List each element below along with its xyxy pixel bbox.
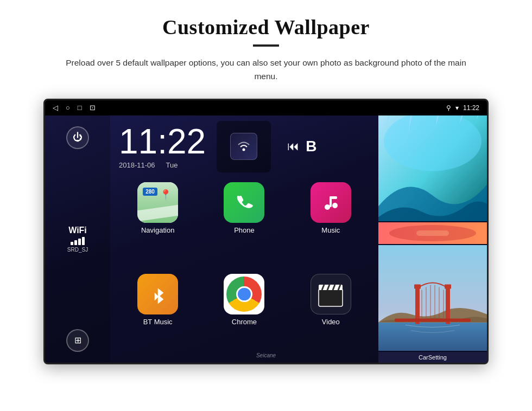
app-grid: 280 📍 Navigation Phone	[119, 182, 370, 357]
ice-cave-svg	[378, 115, 487, 221]
power-button[interactable]: ⏻	[66, 126, 89, 149]
golden-gate-svg	[378, 245, 487, 351]
clock-date: 2018-11-06	[119, 161, 155, 169]
apps-button[interactable]: ⊞	[66, 329, 89, 352]
wifi-bar-3	[78, 239, 81, 245]
svg-rect-27	[414, 284, 421, 288]
wifi-ssid: SRD_SJ	[67, 247, 88, 253]
power-icon: ⏻	[73, 132, 83, 143]
wifi-info: WiFi SRD_SJ	[67, 226, 88, 253]
page-title: Customized Wallpaper	[162, 15, 370, 39]
phone-svg	[234, 192, 255, 213]
media-widget	[217, 121, 271, 172]
wallpaper-preview-mid[interactable]	[378, 222, 487, 244]
navigation-label: Navigation	[141, 226, 174, 234]
chrome-circle	[226, 277, 262, 312]
nav-marker-icon: 📍	[160, 189, 172, 201]
wifi-bar-2	[74, 240, 77, 245]
clock-day: Tue	[166, 161, 178, 169]
svg-rect-19	[446, 287, 450, 324]
status-time: 11:22	[463, 104, 479, 112]
carsetting-label[interactable]: CarSetting	[378, 352, 487, 363]
bt-music-label: BT Music	[143, 318, 173, 326]
svg-rect-4	[330, 196, 337, 199]
svg-point-1	[325, 204, 330, 210]
right-wallpaper-previews: CarSetting	[378, 115, 487, 363]
svg-rect-28	[445, 284, 451, 288]
left-sidebar: ⏻ WiFi SRD_SJ ⊞	[45, 115, 110, 363]
svg-rect-17	[378, 322, 487, 351]
svg-rect-5	[319, 289, 343, 306]
mid-preview-svg	[378, 222, 487, 244]
back-icon: ◁	[53, 104, 58, 112]
clock-date-row: 2018-11-06 Tue	[119, 161, 178, 169]
clock-row: 11:22 2018-11-06 Tue	[119, 121, 370, 172]
device-frame: ◁ ○ □ ⊡ ⚲ ▾ 11:22 ⏻ WiFi	[43, 99, 489, 364]
clock-time: 11:22	[119, 124, 206, 159]
video-label: Video	[322, 318, 340, 326]
media-wifi-icon	[235, 138, 252, 155]
screenshot-icon: ⊡	[90, 104, 96, 112]
app-item-navigation[interactable]: 280 📍 Navigation	[119, 182, 197, 266]
chrome-icon	[224, 274, 264, 314]
wallpaper-preview-top[interactable]	[378, 115, 487, 221]
wifi-signal-icon: ▾	[455, 104, 459, 112]
page-container: Customized Wallpaper Preload over 5 defa…	[0, 0, 532, 411]
phone-label: Phone	[234, 226, 255, 234]
navigation-icon: 280 📍	[137, 182, 178, 223]
next-track-icon[interactable]: B	[306, 138, 316, 155]
chrome-label: Chrome	[232, 318, 257, 326]
media-controls: ⏮ B	[287, 138, 316, 155]
video-icon	[311, 274, 351, 314]
app-item-chrome[interactable]: Chrome	[205, 274, 283, 357]
music-svg	[320, 192, 341, 213]
app-item-video[interactable]: Video	[292, 274, 370, 357]
home-icon: ○	[66, 104, 70, 112]
clock-block: 11:22 2018-11-06 Tue	[119, 124, 206, 169]
prev-track-icon[interactable]: ⏮	[287, 139, 299, 153]
media-album-art	[230, 133, 257, 160]
screen-area: ⏻ WiFi SRD_SJ ⊞	[45, 115, 487, 363]
bt-music-icon	[137, 274, 178, 314]
bt-svg	[148, 284, 168, 305]
page-description: Preload over 5 default wallpaper options…	[60, 56, 472, 84]
chrome-outer-ring	[226, 277, 262, 312]
wifi-label: WiFi	[67, 226, 88, 235]
music-label: Music	[321, 226, 340, 234]
svg-rect-18	[415, 287, 420, 324]
music-icon	[311, 182, 351, 223]
phone-icon	[224, 182, 264, 223]
recents-icon: □	[78, 104, 82, 112]
watermark: Seicane	[256, 352, 276, 358]
chrome-inner-circle	[236, 286, 252, 302]
wifi-bars	[67, 237, 88, 245]
wallpaper-preview-bottom[interactable]	[378, 245, 487, 351]
wifi-bar-1	[71, 242, 73, 245]
app-item-phone[interactable]: Phone	[205, 182, 283, 266]
wifi-bar-4	[82, 237, 85, 245]
nav-shield-label: 280	[143, 188, 157, 196]
ice-cave-preview	[378, 115, 487, 221]
status-right-icons: ⚲ ▾ 11:22	[446, 104, 479, 112]
status-nav-icons: ◁ ○ □ ⊡	[53, 104, 96, 112]
svg-point-0	[243, 149, 245, 151]
svg-point-2	[332, 203, 338, 208]
apps-grid-icon: ⊞	[74, 335, 81, 345]
app-item-music[interactable]: Music	[292, 182, 370, 266]
main-content: 11:22 2018-11-06 Tue	[110, 115, 378, 363]
svg-rect-15	[416, 230, 449, 236]
status-bar: ◁ ○ □ ⊡ ⚲ ▾ 11:22	[45, 100, 487, 115]
svg-rect-20	[395, 318, 471, 322]
app-item-bt-music[interactable]: BT Music	[119, 274, 197, 357]
video-svg	[314, 278, 347, 311]
gps-icon: ⚲	[446, 104, 451, 112]
title-divider	[253, 44, 279, 47]
